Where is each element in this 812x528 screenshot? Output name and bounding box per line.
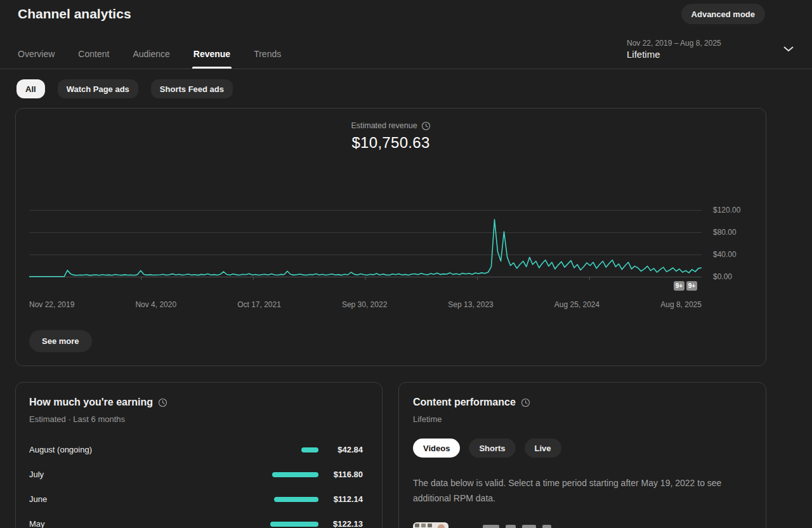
month-label: May	[29, 519, 268, 528]
performance-card-title: Content performance	[413, 397, 516, 408]
earning-bar	[272, 472, 318, 477]
month-label: June	[29, 494, 268, 504]
earning-row-july[interactable]: July $116.80	[16, 462, 382, 487]
earning-row-may[interactable]: May $122.13	[16, 512, 382, 528]
chip-shorts[interactable]: Shorts	[469, 439, 515, 458]
revenue-series-line	[29, 220, 702, 277]
date-range-text: Nov 22, 2019 – Aug 8, 2025	[627, 39, 745, 48]
chart-events-overflow-badge[interactable]: 9+	[686, 281, 697, 291]
tab-audience[interactable]: Audience	[133, 39, 169, 69]
how-much-earning-card: How much you're earning Estimated · Last…	[15, 382, 383, 528]
earning-row-august[interactable]: August (ongoing) $42.84	[16, 437, 382, 462]
advanced-mode-button[interactable]: Advanced mode	[681, 4, 765, 24]
clock-icon	[521, 398, 530, 407]
month-label: July	[29, 470, 268, 479]
earning-bar	[274, 497, 318, 502]
x-tick-label: Sep 30, 2022	[342, 300, 387, 309]
video-title-partial	[483, 525, 551, 528]
y-tick-80: $80.00	[713, 228, 737, 237]
earning-bar	[270, 522, 318, 527]
estimated-revenue-card: Estimated revenue $10,750.63 $120.00 $80…	[15, 108, 766, 366]
thumbnail-face	[438, 524, 445, 528]
chart-events-overflow-badge[interactable]: 9+	[674, 281, 684, 291]
filter-chip-all[interactable]: All	[16, 79, 45, 98]
tab-trends[interactable]: Trends	[254, 39, 281, 69]
tab-content[interactable]: Content	[78, 39, 109, 69]
tab-overview[interactable]: Overview	[18, 39, 55, 69]
performance-card-subtitle: Lifetime	[413, 414, 442, 424]
date-range-selector[interactable]: Nov 22, 2019 – Aug 8, 2025 Lifetime	[627, 35, 766, 63]
x-tick-label: Oct 17, 2021	[237, 300, 281, 309]
clock-icon	[158, 398, 167, 407]
x-tick-label: Aug 8, 2025	[660, 300, 702, 309]
metric-value: $10,750.63	[16, 134, 766, 152]
x-tick-label: Sep 13, 2023	[448, 300, 493, 309]
month-label: August (ongoing)	[29, 445, 268, 454]
chip-live[interactable]: Live	[525, 439, 561, 458]
content-type-chip-row: Videos Shorts Live	[413, 439, 561, 458]
earning-card-title: How much you're earning	[29, 397, 153, 408]
x-tick-label: Nov 4, 2020	[135, 300, 176, 309]
metric-label: Estimated revenue	[351, 121, 417, 130]
earning-row-june[interactable]: June $112.14	[16, 487, 382, 512]
monthly-earning-list: August (ongoing) $42.84 July $116.80 Jun…	[16, 437, 382, 528]
tab-revenue[interactable]: Revenue	[193, 39, 230, 69]
revenue-line-chart[interactable]	[29, 208, 702, 280]
y-tick-120: $120.00	[713, 206, 740, 214]
metric-header[interactable]: Estimated revenue	[351, 121, 430, 131]
earning-value: $116.80	[326, 470, 363, 479]
content-performance-card: Content performance Lifetime Videos Shor…	[398, 382, 766, 528]
earning-bar	[301, 447, 318, 452]
x-axis-labels: Nov 22, 2019 Nov 4, 2020 Oct 17, 2021 Se…	[29, 300, 702, 309]
page-title: Channel analytics	[18, 6, 131, 22]
chevron-down-icon	[783, 46, 794, 52]
earning-value: $122.13	[326, 519, 363, 528]
x-tick-label: Nov 22, 2019	[29, 300, 74, 309]
see-more-button[interactable]: See more	[29, 330, 92, 352]
ad-type-filter-row: All Watch Page ads Shorts Feed ads	[16, 79, 233, 98]
video-thumbnail[interactable]	[413, 522, 449, 528]
date-preset-text: Lifetime	[627, 49, 745, 60]
chip-videos[interactable]: Videos	[413, 439, 460, 458]
y-tick-0: $0.00	[713, 272, 732, 281]
filter-chip-shorts-feed-ads[interactable]: Shorts Feed ads	[151, 79, 233, 98]
earning-card-subtitle: Estimated · Last 6 months	[29, 414, 125, 424]
earning-value: $112.14	[326, 494, 363, 504]
y-tick-40: $40.00	[713, 250, 737, 259]
earning-value: $42.84	[326, 445, 363, 454]
rpm-data-note: The data below is valid. Select a time p…	[413, 475, 743, 506]
filter-chip-watch-page-ads[interactable]: Watch Page ads	[58, 79, 138, 98]
x-tick-label: Aug 25, 2024	[554, 300, 599, 309]
clock-icon	[421, 121, 431, 131]
